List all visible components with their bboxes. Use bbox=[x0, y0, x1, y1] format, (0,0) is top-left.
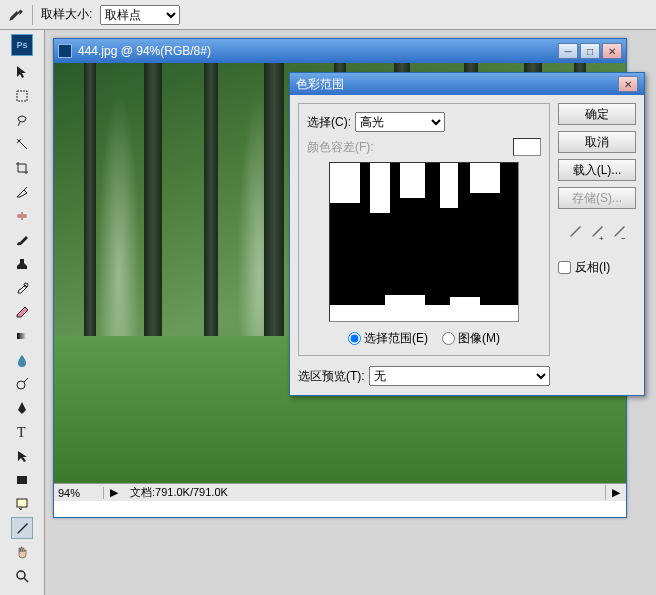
radio-image[interactable]: 图像(M) bbox=[442, 330, 500, 347]
preview-mode-radios: 选择范围(E) 图像(M) bbox=[307, 330, 541, 347]
doc-icon bbox=[58, 44, 72, 58]
eyedropper-buttons: + − bbox=[558, 223, 636, 243]
svg-point-4 bbox=[17, 381, 25, 389]
ok-button[interactable]: 确定 bbox=[558, 103, 636, 125]
path-select-tool[interactable] bbox=[11, 445, 33, 467]
dodge-tool[interactable] bbox=[11, 373, 33, 395]
zoom-tool[interactable] bbox=[11, 565, 33, 587]
eraser-tool[interactable] bbox=[11, 301, 33, 323]
statusbar-menu[interactable]: ▶ bbox=[606, 486, 626, 499]
main-area: Ps T 444.jpg @ 94%(RGB/8#) ─ bbox=[0, 30, 656, 595]
svg-point-8 bbox=[17, 571, 25, 579]
fuzziness-swatch bbox=[513, 138, 541, 156]
brush-tool[interactable] bbox=[11, 229, 33, 251]
zoom-level[interactable]: 94% bbox=[54, 487, 104, 499]
wand-tool[interactable] bbox=[11, 133, 33, 155]
eyedropper-sample-icon[interactable] bbox=[567, 223, 583, 243]
eyedropper-add-icon[interactable]: + bbox=[589, 223, 605, 243]
minimize-button[interactable]: ─ bbox=[558, 43, 578, 59]
shape-tool[interactable] bbox=[11, 469, 33, 491]
gradient-tool[interactable] bbox=[11, 325, 33, 347]
fuzziness-label: 颜色容差(F): bbox=[307, 139, 374, 156]
dialog-right: 确定 取消 载入(L)... 存储(S)... + − 反相(I) bbox=[558, 103, 636, 386]
radio-selection[interactable]: 选择范围(E) bbox=[348, 330, 428, 347]
svg-rect-6 bbox=[17, 476, 27, 484]
crop-tool[interactable] bbox=[11, 157, 33, 179]
close-button[interactable]: ✕ bbox=[602, 43, 622, 59]
eyedropper-tool[interactable] bbox=[11, 517, 33, 539]
dialog-left: 选择(C): 高光 颜色容差(F): bbox=[298, 103, 550, 386]
blur-tool[interactable] bbox=[11, 349, 33, 371]
stamp-tool[interactable] bbox=[11, 253, 33, 275]
svg-text:−: − bbox=[621, 234, 626, 243]
svg-rect-3 bbox=[17, 333, 27, 339]
hand-tool[interactable] bbox=[11, 541, 33, 563]
select-label: 选择(C): bbox=[307, 114, 351, 131]
save-button[interactable]: 存储(S)... bbox=[558, 187, 636, 209]
document-title: 444.jpg @ 94%(RGB/8#) bbox=[78, 44, 211, 58]
heal-tool[interactable] bbox=[11, 205, 33, 227]
dialog-title: 色彩范围 bbox=[296, 76, 344, 93]
notes-tool[interactable] bbox=[11, 493, 33, 515]
move-tool[interactable] bbox=[11, 61, 33, 83]
invert-checkbox[interactable]: 反相(I) bbox=[558, 259, 636, 276]
load-button[interactable]: 载入(L)... bbox=[558, 159, 636, 181]
tool-sidebar: Ps T bbox=[0, 30, 45, 595]
preview-label: 选区预览(T): bbox=[298, 368, 365, 385]
type-tool[interactable]: T bbox=[11, 421, 33, 443]
history-brush-tool[interactable] bbox=[11, 277, 33, 299]
sample-size-select[interactable]: 取样点 bbox=[100, 5, 180, 25]
eyedropper-icon bbox=[6, 6, 24, 24]
slice-tool[interactable] bbox=[11, 181, 33, 203]
canvas-area: 444.jpg @ 94%(RGB/8#) ─ □ ✕ bbox=[45, 30, 656, 595]
marquee-tool[interactable] bbox=[11, 85, 33, 107]
eyedropper-subtract-icon[interactable]: − bbox=[611, 223, 627, 243]
lasso-tool[interactable] bbox=[11, 109, 33, 131]
svg-rect-0 bbox=[17, 91, 27, 101]
svg-text:T: T bbox=[17, 425, 26, 440]
select-group: 选择(C): 高光 颜色容差(F): bbox=[298, 103, 550, 356]
color-range-dialog: 色彩范围 ✕ 选择(C): 高光 颜色容差(F): bbox=[289, 72, 645, 396]
dialog-close-button[interactable]: ✕ bbox=[618, 76, 638, 92]
statusbar-arrow[interactable]: ▶ bbox=[104, 486, 124, 499]
sample-size-label: 取样大小: bbox=[41, 6, 92, 23]
document-titlebar[interactable]: 444.jpg @ 94%(RGB/8#) ─ □ ✕ bbox=[54, 39, 626, 63]
dialog-body: 选择(C): 高光 颜色容差(F): bbox=[290, 95, 644, 394]
selection-preview[interactable] bbox=[329, 162, 519, 322]
select-dropdown[interactable]: 高光 bbox=[355, 112, 445, 132]
svg-text:+: + bbox=[599, 234, 604, 243]
cancel-button[interactable]: 取消 bbox=[558, 131, 636, 153]
document-statusbar: 94% ▶ 文档:791.0K/791.0K ▶ bbox=[54, 483, 626, 501]
dialog-titlebar[interactable]: 色彩范围 ✕ bbox=[290, 73, 644, 95]
options-bar: 取样大小: 取样点 bbox=[0, 0, 656, 30]
doc-size: 文档:791.0K/791.0K bbox=[124, 485, 606, 500]
separator bbox=[32, 5, 33, 25]
maximize-button[interactable]: □ bbox=[580, 43, 600, 59]
preview-dropdown[interactable]: 无 bbox=[369, 366, 550, 386]
app-logo: Ps bbox=[11, 34, 33, 56]
svg-rect-7 bbox=[17, 499, 27, 507]
pen-tool[interactable] bbox=[11, 397, 33, 419]
